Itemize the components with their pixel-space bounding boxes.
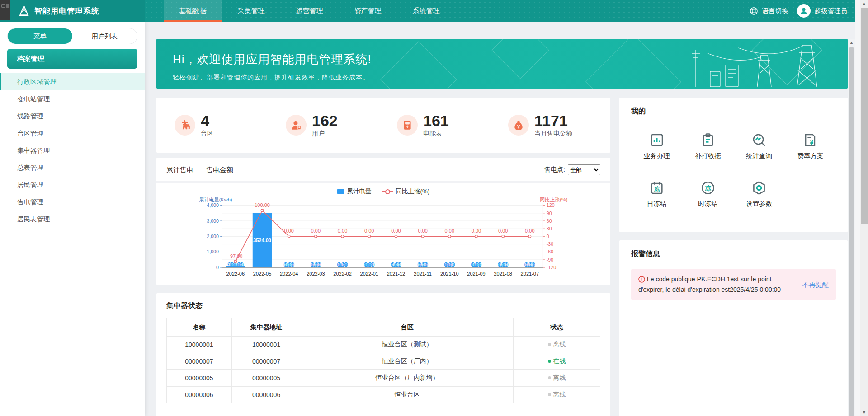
stat-meters: 161 电能表 [383, 113, 495, 138]
nav-item-assets[interactable]: 资产管理 [339, 0, 397, 22]
svg-text:3524.00: 3524.00 [253, 238, 271, 243]
shortcut-hourly-freeze[interactable]: 冻 时冻结 [682, 180, 733, 208]
content-scrollbar[interactable]: ▲ [848, 39, 855, 416]
tab-menu[interactable]: 菜单 [8, 28, 72, 44]
nav-item-operation[interactable]: 运营管理 [280, 0, 339, 22]
tab-user-list[interactable]: 用户列表 [72, 28, 137, 44]
shortcut-business-handling[interactable]: 业务办理 [631, 132, 682, 160]
svg-text:0.00: 0.00 [338, 262, 347, 267]
status-dot [548, 376, 551, 379]
stat-users: 162 用户 [272, 113, 383, 138]
col-name: 名称 [167, 318, 232, 337]
legend-yoy-growth[interactable]: 同比上涨(%) [382, 187, 430, 196]
table-header-row: 名称 集中器地址 台区 状态 [167, 318, 600, 337]
svg-text:60: 60 [547, 218, 552, 224]
nav-item-basic-data[interactable]: 基础数据 [164, 0, 222, 22]
globe-icon[interactable] [750, 7, 758, 15]
svg-text:-90: -90 [547, 257, 553, 262]
alarm-message: Le code publique PK.ECDH.1est sur le poi… [638, 276, 781, 293]
user-icon [286, 115, 307, 136]
nav-item-system[interactable]: 系统管理 [397, 0, 455, 22]
shortcut-daily-freeze[interactable]: 冻 日冻结 [631, 180, 682, 208]
avatar[interactable] [797, 4, 811, 18]
svg-text:0.00: 0.00 [498, 228, 508, 234]
svg-text:同比上涨(%): 同比上涨(%) [540, 197, 567, 202]
daily-freeze-icon: 冻 [649, 180, 665, 196]
my-panel-title: 我的 [631, 107, 836, 116]
main-content: Hi，欢迎使用应用智能用电管理系统! 轻松创建、部署和管理你的应用，提升研发效率… [145, 22, 855, 416]
banner-subtitle: 轻松创建、部署和管理你的应用，提升研发效率，降低业务成本。 [173, 74, 848, 82]
window-corner [0, 0, 10, 20]
sidebar-item-admin-region[interactable]: 行政区域管理 [0, 73, 145, 90]
sales-point-label: 售电点: [544, 166, 565, 174]
status-dot [548, 360, 551, 363]
settings-icon [751, 180, 767, 196]
tab-cumulative-sales[interactable]: 累计售电 [166, 166, 193, 174]
sidebar: 菜单 用户列表 档案管理 行政区域管理 变电站管理 线路管理 台区管理 集中器管… [0, 22, 145, 416]
sidebar-item-station-area[interactable]: 台区管理 [0, 125, 145, 142]
shortcut-rate-plan[interactable]: ¥ 费率方案 [785, 132, 836, 160]
scrollbar-gutter [855, 0, 860, 416]
app-logo-icon [18, 5, 30, 17]
svg-text:0: 0 [216, 265, 219, 270]
app-header: 智能用电管理系统 基础数据 采集管理 运营管理 资产管理 系统管理 语言切换 超… [0, 0, 855, 22]
sidebar-group-archives[interactable]: 档案管理 [7, 49, 137, 69]
table-row: 00000005 00000005 恒业台区（厂内新增） 离线 [167, 370, 600, 387]
col-status: 状态 [514, 318, 600, 337]
stat-value: 161 [423, 113, 449, 128]
stat-label: 用户 [312, 130, 338, 138]
shortcut-set-parameters[interactable]: 设置参数 [734, 180, 785, 208]
meter-icon [397, 115, 418, 136]
sidebar-item-substation[interactable]: 变电站管理 [0, 90, 145, 108]
svg-text:0.00: 0.00 [525, 262, 534, 267]
language-switch[interactable]: 语言切换 [762, 7, 788, 15]
shortcut-statistics-query[interactable]: 统计查询 [734, 132, 785, 160]
window-scrollbar[interactable]: ▲ ▼ [860, 0, 868, 416]
col-address: 集中器地址 [231, 318, 301, 337]
rate-plan-icon: ¥ [802, 132, 818, 148]
svg-text:2021-12: 2021-12 [387, 271, 405, 276]
stat-station-area: 4 台区 [161, 113, 272, 138]
svg-text:90: 90 [547, 210, 552, 216]
scroll-up-icon[interactable]: ▲ [848, 40, 855, 45]
content-scrollbar-thumb[interactable] [849, 47, 854, 416]
svg-text:2,000: 2,000 [207, 234, 219, 239]
svg-text:2022-01: 2022-01 [360, 271, 378, 276]
svg-text:0.00: 0.00 [472, 228, 481, 234]
svg-text:2022-03: 2022-03 [307, 271, 325, 276]
svg-text:0.00: 0.00 [364, 262, 374, 267]
shortcut-grid: 业务办理 补打收据 [631, 132, 836, 208]
status-dot [548, 343, 551, 346]
svg-text:3,000: 3,000 [207, 218, 219, 224]
brand: 智能用电管理系统 [0, 0, 145, 22]
legend-line-swatch [382, 189, 393, 194]
sales-point-select[interactable]: 全部 [568, 164, 600, 175]
sidebar-item-line[interactable]: 线路管理 [0, 108, 145, 125]
status-badge: 在线 [553, 357, 566, 365]
receipt-icon [700, 132, 716, 148]
scroll-down-icon[interactable]: ▼ [860, 410, 868, 415]
legend-cumulative-energy[interactable]: 累计电量 [337, 187, 372, 196]
sidebar-item-master-meter[interactable]: 总表管理 [0, 159, 145, 176]
tab-sales-amount[interactable]: 售电金额 [206, 166, 233, 174]
sidebar-item-sales[interactable]: 售电管理 [0, 193, 145, 210]
current-user[interactable]: 超级管理员 [815, 7, 848, 15]
svg-text:2021-09: 2021-09 [467, 271, 485, 276]
svg-text:累计电量(Kwh): 累计电量(Kwh) [199, 197, 232, 202]
sidebar-item-concentrator[interactable]: 集中器管理 [0, 142, 145, 159]
alarm-panel-title: 报警信息 [631, 249, 836, 259]
stat-value: 1171 [534, 113, 572, 128]
svg-text:0.00: 0.00 [284, 262, 293, 267]
svg-text:0.00: 0.00 [338, 228, 347, 234]
sidebar-item-resident[interactable]: 居民管理 [0, 176, 145, 193]
dismiss-reminder-link[interactable]: 不再提醒 [802, 280, 829, 289]
scroll-up-icon[interactable]: ▲ [860, 1, 868, 6]
status-cell-0: 离线 [514, 337, 600, 353]
svg-text:2022-06: 2022-06 [226, 271, 245, 276]
nav-item-collection[interactable]: 采集管理 [222, 0, 280, 22]
sidebar-item-resident-meter[interactable]: 居民表管理 [0, 210, 145, 228]
money-bag-icon [508, 115, 529, 136]
shortcut-reprint-receipt[interactable]: 补打收据 [682, 132, 733, 160]
stat-label: 台区 [201, 130, 213, 138]
window-scrollbar-thumb[interactable] [861, 8, 868, 224]
